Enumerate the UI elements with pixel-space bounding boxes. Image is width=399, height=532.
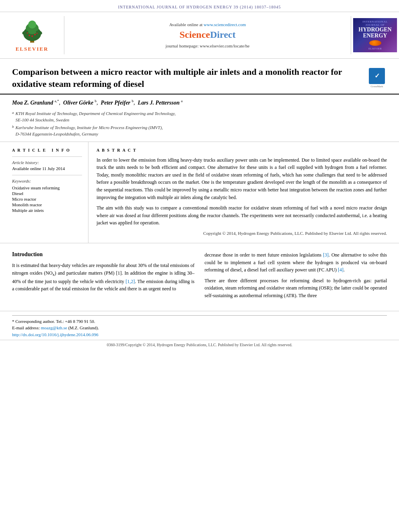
footnote-doi-link[interactable]: http://dx.doi.org/10.1016/j.ijhydene.201…	[12, 332, 99, 337]
footer-notes: * Corresponding author. Tel.: +46 8 790 …	[0, 311, 399, 340]
article-info-title: A R T I C L E I N F O	[12, 148, 82, 152]
badge-main-title: HYDROGENENERGY	[358, 27, 391, 39]
author-pfeifer: Peter Pfeifer	[101, 100, 130, 106]
footnote-email-link[interactable]: moazg@kth.se	[41, 325, 67, 330]
authors-line: Moa Z. Granlund a,*, Oliver Görke b, Pet…	[12, 99, 387, 107]
badge-journal-title: International Journal of	[355, 20, 395, 27]
footnote-email-line: E-mail address: moazg@kth.se (M.Z. Granl…	[12, 325, 387, 331]
elsevier-wordmark: ELSEVIER	[16, 46, 49, 52]
footnote-star-label: * Corresponding author. Tel.: +46 8 790 …	[12, 319, 95, 324]
svg-point-6	[29, 35, 30, 36]
ref-1-2-link[interactable]: [1,2]	[125, 279, 135, 284]
elsevier-logo-area: ELSEVIER	[0, 16, 64, 54]
author-pfeifer-sup: b	[132, 99, 134, 103]
available-online-text: Available online at www.sciencedirect.co…	[169, 22, 246, 27]
svg-point-7	[34, 34, 36, 35]
introduction-title: Introduction	[12, 251, 195, 258]
page-footer-text: 0360-3199/Copyright © 2014, Hydrogen Ene…	[12, 343, 387, 347]
abstract-text: In order to lower the emission from idli…	[97, 156, 387, 237]
available-online-date: Available online 11 July 2014	[12, 166, 82, 171]
svg-point-10	[36, 33, 37, 34]
hydrogen-energy-badge: International Journal of HYDROGENENERGY …	[353, 18, 397, 52]
article-title-row: Comparison between a micro reactor with …	[12, 66, 387, 90]
keywords-section: Keywords: Oxidative steam reforming Dies…	[12, 175, 82, 213]
intro-para-2: decrease those in order to meet future e…	[205, 251, 387, 274]
article-history: Article history: Available online 11 Jul…	[12, 156, 82, 171]
affiliations: a KTH Royal Institute of Technology, Dep…	[12, 110, 387, 138]
crossmark-icon: ✓	[369, 68, 385, 84]
aff-a-text: KTH Royal Institute of Technology, Depar…	[16, 110, 176, 123]
affiliation-a: a KTH Royal Institute of Technology, Dep…	[12, 110, 387, 123]
center-header: Available online at www.sciencedirect.co…	[64, 16, 351, 54]
header-content: ELSEVIER Available online at www.science…	[0, 12, 399, 58]
abstract-para-1: In order to lower the emission from idli…	[97, 156, 387, 201]
article-title: Comparison between a micro reactor with …	[12, 66, 361, 90]
abstract-para-2: The aim with this study was to compare a…	[97, 204, 387, 227]
svg-point-3	[28, 21, 36, 29]
keyword-3: Micro reactor	[12, 197, 82, 201]
introduction-text-left: It is estimated that heavy-duty vehicles…	[12, 262, 195, 293]
sciencedirect-logo: ScienceDirect	[179, 29, 236, 40]
body-col-left: Introduction It is estimated that heavy-…	[12, 251, 195, 303]
keyword-2: Diesel	[12, 191, 82, 196]
body-col-right: decrease those in order to meet future e…	[205, 251, 387, 303]
keyword-1: Oxidative steam reforming	[12, 185, 82, 190]
svg-point-9	[27, 32, 28, 33]
journal-homepage: journal homepage: www.elsevier.com/locat…	[166, 43, 250, 48]
journal-top-bar: International Journal of Hydrogen Energy…	[0, 3, 399, 12]
ref-4-link[interactable]: [4]	[338, 267, 343, 273]
author-pettersson: Lars J. Pettersson	[138, 100, 180, 106]
author-granlund-sup: a,*	[55, 99, 59, 103]
keyword-5: Multiple air inlets	[12, 208, 82, 213]
sciencedirect-url[interactable]: www.sciencedirect.com	[204, 22, 246, 27]
affiliation-b: b Karlsruhe Institute of Technology, Ins…	[12, 124, 387, 138]
elsevier-tree-icon	[14, 18, 50, 45]
author-granlund: Moa Z. Granlund	[12, 100, 53, 106]
page-footer: 0360-3199/Copyright © 2014, Hydrogen Ene…	[0, 340, 399, 349]
abstract-copyright: Copyright © 2014, Hydrogen Energy Public…	[97, 230, 387, 237]
keyword-4: Monolith reactor	[12, 202, 82, 207]
journal-header: International Journal of Hydrogen Energy…	[0, 0, 399, 59]
title-section: Comparison between a micro reactor with …	[0, 59, 399, 94]
svg-point-8	[31, 35, 33, 37]
abstract-title: A B S T R A C T	[97, 148, 387, 152]
intro-para-1: It is estimated that heavy-duty vehicles…	[12, 262, 195, 293]
keywords-label: Keywords:	[12, 179, 82, 183]
crossmark-badge: ✓ CrossMark	[367, 68, 387, 88]
right-logo-area: International Journal of HYDROGENENERGY …	[351, 16, 399, 54]
aff-b-sup: b	[12, 124, 14, 138]
crossmark-label: CrossMark	[370, 85, 383, 88]
intro-para-3: There are three different processes for …	[205, 277, 387, 300]
footnote-divider	[12, 315, 387, 318]
aff-a-sup: a	[12, 110, 14, 123]
author-pettersson-sup: a	[181, 99, 183, 103]
footnote-email-label: E-mail address:	[12, 325, 41, 330]
history-label: Article history:	[12, 160, 82, 165]
ref-3-link[interactable]: [3]	[323, 252, 329, 258]
introduction-text-right: decrease those in order to meet future e…	[205, 251, 387, 300]
badge-publisher: ELSEVIER	[368, 47, 382, 50]
journal-title-bar: International Journal of Hydrogen Energy…	[118, 5, 281, 9]
aff-b-text: Karlsruhe Institute of Technology, Insti…	[16, 124, 163, 138]
left-column: A R T I C L E I N F O Article history: A…	[0, 142, 88, 243]
svg-text:✓: ✓	[374, 72, 380, 79]
body-section: Introduction It is estimated that heavy-…	[0, 243, 399, 307]
right-column: A B S T R A C T In order to lower the em…	[88, 142, 399, 243]
footnote-email-suffix: (M.Z. Granlund).	[68, 325, 99, 330]
footnote-corresponding: * Corresponding author. Tel.: +46 8 790 …	[12, 318, 387, 325]
two-col-body: Introduction It is estimated that heavy-…	[12, 251, 387, 303]
author-gorke: Oliver Görke	[63, 100, 93, 106]
author-gorke-sup: b	[95, 99, 97, 103]
badge-circle-icon	[369, 40, 381, 46]
authors-section: Moa Z. Granlund a,*, Oliver Görke b, Pet…	[0, 94, 399, 142]
footnote-doi-line: http://dx.doi.org/10.1016/j.ijhydene.201…	[12, 331, 387, 338]
main-content: A R T I C L E I N F O Article history: A…	[0, 142, 399, 243]
